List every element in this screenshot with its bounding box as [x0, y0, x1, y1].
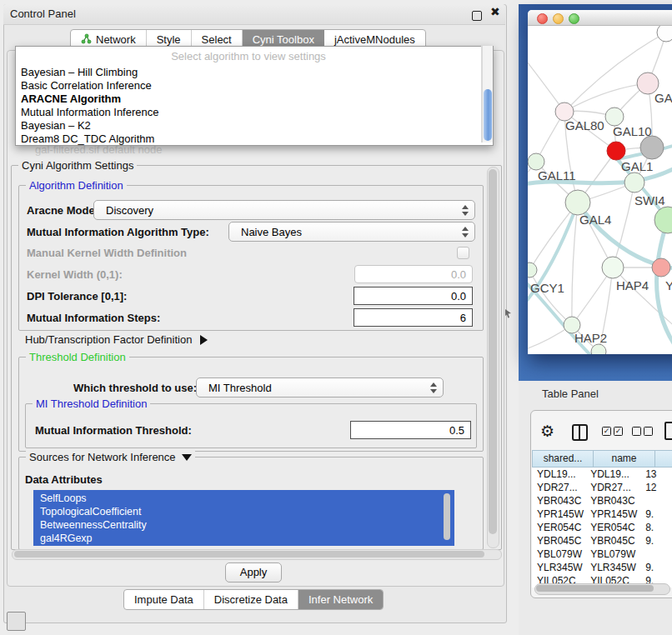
table-cell: YDL19...: [587, 468, 642, 481]
zoom-traffic-light[interactable]: [569, 13, 579, 24]
aracne-mode-combo[interactable]: Discovery: [93, 200, 475, 220]
algorithm-option-selected[interactable]: ARACNE Algorithm: [16, 92, 484, 106]
kernel-width-field[interactable]: 0.0: [354, 265, 473, 283]
attribute-item[interactable]: SelfLoops: [33, 492, 454, 505]
table-cell: YBR043C: [532, 494, 587, 508]
tab-label: jActiveMNodules: [334, 33, 415, 46]
tab-discretize-data[interactable]: Discretize Data: [204, 590, 298, 609]
network-node[interactable]: [657, 26, 672, 42]
which-threshold-combo[interactable]: MI Threshold: [196, 378, 444, 398]
tab-label: Style: [157, 33, 181, 46]
column-header-name[interactable]: name: [594, 450, 655, 468]
mi-steps-label: Mutual Information Steps:: [27, 312, 160, 324]
table-row[interactable]: YLR345WYLR345W9.: [532, 561, 672, 574]
table-row[interactable]: YBR045CYBR045C9.: [532, 534, 672, 548]
network-labels: GALGAL80GAL10GAL1GAL11SWI4GAL4GCY1HAP4YH…: [530, 91, 672, 345]
new-table-icon[interactable]: [664, 422, 672, 440]
network-node[interactable]: [607, 142, 625, 160]
popup-scrollbar[interactable]: [481, 46, 492, 142]
deselect-all-columns-icon[interactable]: [644, 427, 653, 436]
cyni-bottom-tabs: Impute Data Discretize Data Infer Networ…: [123, 589, 384, 610]
mi-steps-field[interactable]: 6: [354, 308, 473, 327]
settings-horizontal-scroll-thumb[interactable]: [14, 551, 484, 558]
algorithm-option[interactable]: Basic Correlation Inference: [16, 79, 484, 92]
network-canvas[interactable]: GALGAL80GAL10GAL1GAL11SWI4GAL4GCY1HAP4YH…: [528, 26, 672, 354]
table-cell: YER054C: [532, 521, 587, 534]
algorithm-option[interactable]: Mutual Information Inference: [16, 106, 484, 119]
dpi-tolerance-field[interactable]: 0.0: [354, 287, 473, 305]
table-row[interactable]: YBR043CYBR043C: [532, 494, 672, 508]
popup-scroll-thumb[interactable]: [484, 89, 492, 141]
node-label: HAP2: [574, 331, 607, 345]
mi-algorithm-type-combo[interactable]: Naive Bayes: [228, 222, 475, 242]
table-cell: 9.: [642, 561, 672, 574]
group-title: MI Threshold Definition: [33, 398, 150, 410]
apply-button[interactable]: Apply: [225, 562, 282, 582]
deselect-all-columns-icon[interactable]: [632, 427, 641, 436]
settings-vertical-scroll-thumb[interactable]: [489, 169, 497, 534]
mi-threshold-label: Mutual Information Threshold:: [35, 424, 192, 437]
table-cell: 9.: [642, 508, 672, 521]
table-horizontal-scroll-thumb[interactable]: [536, 585, 654, 592]
algorithm-option[interactable]: Bayesian – K2: [16, 119, 484, 132]
table-row[interactable]: YPR145WYPR145W9.: [532, 508, 672, 521]
algorithm-dropdown-popup: Select algorithm to view settings Bayesi…: [15, 46, 494, 146]
split-columns-icon[interactable]: [572, 424, 588, 441]
table-row[interactable]: YER054CYER054C8.: [532, 521, 672, 534]
select-all-columns-icon[interactable]: ✓: [602, 427, 611, 436]
combo-value: MI Threshold: [208, 382, 272, 394]
attribute-item[interactable]: gal4RGexp: [33, 532, 454, 545]
table-row[interactable]: YDL19...YDL19...13: [532, 468, 672, 481]
network-icon: [81, 33, 92, 47]
node-label: HAP4: [616, 278, 649, 292]
data-attributes-label: Data Attributes: [25, 473, 103, 486]
table-panel-title: Table Panel: [542, 388, 599, 400]
table-row[interactable]: YDR27...YDR27...12: [532, 481, 672, 494]
column-header-clipped[interactable]: A: [655, 450, 672, 468]
network-node[interactable]: [591, 344, 606, 354]
tab-label: Infer Network: [308, 593, 373, 606]
network-node[interactable]: [602, 257, 624, 278]
tab-infer-network[interactable]: Infer Network: [298, 590, 383, 609]
minimized-panel-icon[interactable]: [7, 612, 26, 631]
combo-arrows-icon: [462, 205, 469, 216]
node-label: GAL10: [613, 124, 652, 138]
network-node[interactable]: [652, 258, 670, 277]
table-cell: YBR045C: [532, 534, 587, 548]
algorithm-option[interactable]: Dream8 DC_TDC Algorithm: [16, 132, 484, 146]
control-panel-titlebar: [3, 4, 505, 25]
network-node[interactable]: [624, 172, 644, 192]
close-icon[interactable]: ✖: [490, 5, 500, 18]
network-node[interactable]: [528, 262, 537, 278]
gear-icon[interactable]: ⚙: [540, 422, 554, 441]
attributes-scrollbar[interactable]: [444, 493, 450, 540]
collapse-down-icon: [182, 454, 192, 461]
network-node[interactable]: [565, 190, 590, 215]
mi-threshold-field[interactable]: 0.5: [350, 421, 471, 439]
network-node[interactable]: [654, 207, 672, 233]
manual-kernel-width-checkbox[interactable]: [457, 247, 469, 259]
select-all-columns-icon[interactable]: ✓: [614, 427, 623, 436]
attribute-item[interactable]: TopologicalCoefficient: [33, 505, 454, 518]
tab-label: Discretize Data: [214, 593, 288, 606]
table-cell: 9.: [642, 534, 672, 548]
combo-arrows-icon: [462, 227, 469, 238]
network-node[interactable]: [528, 153, 544, 170]
table-header: shared... name A: [532, 450, 672, 468]
column-header-shared-name[interactable]: shared...: [532, 450, 594, 468]
tab-impute-data[interactable]: Impute Data: [124, 590, 204, 609]
table-row[interactable]: YBL079WYBL079W: [532, 548, 672, 561]
sources-toggle[interactable]: Sources for Network Inference: [26, 451, 195, 463]
close-traffic-light[interactable]: [537, 13, 548, 24]
network-node[interactable]: [605, 108, 624, 126]
tab-label: Network: [96, 33, 136, 46]
attribute-item[interactable]: BetweennessCentrality: [33, 518, 454, 532]
sources-title: Sources for Network Inference: [29, 451, 176, 463]
network-node[interactable]: [640, 136, 664, 159]
network-window-titlebar[interactable]: [528, 10, 672, 26]
hub-definition-toggle[interactable]: Hub/Transcription Factor Definition: [25, 333, 208, 346]
float-window-icon[interactable]: [472, 11, 482, 21]
algorithm-option[interactable]: Bayesian – Hill Climbing: [16, 66, 484, 79]
minimize-traffic-light[interactable]: [553, 13, 564, 24]
tab-label: Cyni Toolbox: [253, 33, 314, 46]
